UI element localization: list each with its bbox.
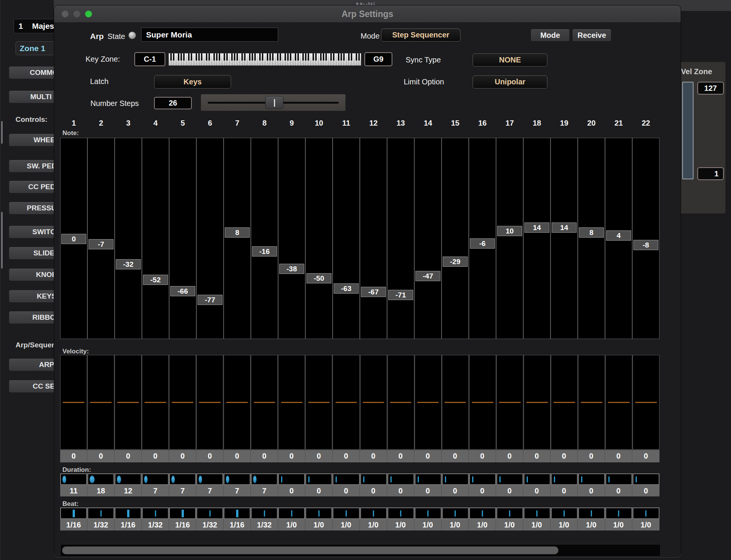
beat-step-cell[interactable] xyxy=(197,508,223,519)
duration-value[interactable]: 0 xyxy=(632,485,659,496)
duration-step-cell[interactable] xyxy=(333,474,359,485)
duration-step-cell[interactable] xyxy=(361,474,387,485)
beat-value[interactable]: 1/16 xyxy=(115,519,142,530)
beat-step-cell[interactable] xyxy=(142,508,168,519)
sequencer-scrollbar[interactable] xyxy=(60,544,661,557)
beat-value[interactable]: 1/0 xyxy=(551,519,578,530)
note-value-box[interactable]: 4 xyxy=(606,230,631,241)
note-value-box[interactable]: 10 xyxy=(497,226,522,236)
beat-step-cell[interactable] xyxy=(442,508,468,519)
beat-step-cell[interactable] xyxy=(224,508,250,519)
sidebar-item-sw-pedal[interactable]: SW. PEDAL xyxy=(9,160,54,173)
note-step-cell[interactable]: -50 xyxy=(306,138,332,339)
duration-step-cell[interactable] xyxy=(170,474,196,485)
duration-step-cell[interactable] xyxy=(388,474,414,485)
arp-name-field[interactable]: Super Moria xyxy=(141,28,278,42)
duration-step-cell[interactable] xyxy=(61,474,87,485)
velocity-step-cell[interactable] xyxy=(633,355,659,449)
sidebar-item-cc-seq[interactable]: CC SEQ xyxy=(9,380,54,393)
duration-step-cell[interactable] xyxy=(606,474,632,485)
note-step-cell[interactable]: -29 xyxy=(442,138,468,339)
velocity-value[interactable]: 0 xyxy=(496,450,523,462)
beat-value[interactable]: 1/0 xyxy=(578,519,605,530)
velocity-step-cell[interactable] xyxy=(278,355,305,449)
note-value-box[interactable]: 0 xyxy=(61,234,86,244)
sidebar-item-slider[interactable]: SLIDER xyxy=(9,247,54,260)
duration-step-cell[interactable] xyxy=(251,474,277,485)
velocity-value[interactable]: 0 xyxy=(632,450,659,462)
velocity-value[interactable]: 0 xyxy=(414,450,442,462)
beat-step-cell[interactable] xyxy=(170,508,196,519)
velocity-value[interactable]: 0 xyxy=(360,450,387,462)
beat-value[interactable]: 1/32 xyxy=(87,519,115,530)
velocity-step-cell[interactable] xyxy=(606,355,632,449)
beat-value[interactable]: 1/0 xyxy=(305,519,333,530)
velocity-value[interactable]: 0 xyxy=(169,450,196,462)
note-value-box[interactable]: -66 xyxy=(170,286,195,296)
velocity-step-cell[interactable] xyxy=(524,355,550,449)
duration-value[interactable]: 7 xyxy=(196,485,224,496)
velocity-step-cell[interactable] xyxy=(551,355,577,449)
limit-option-select[interactable]: Unipolar xyxy=(473,75,547,89)
state-led[interactable] xyxy=(128,31,136,39)
beat-step-cell[interactable] xyxy=(251,508,277,519)
duration-step-cell[interactable] xyxy=(197,474,223,485)
sidebar-item-ribbon[interactable]: RIBBON xyxy=(9,311,54,324)
duration-step-cell[interactable] xyxy=(633,474,659,485)
velocity-value[interactable]: 0 xyxy=(224,450,251,462)
velocity-step-cell[interactable] xyxy=(333,355,359,449)
note-step-cell[interactable]: 14 xyxy=(524,138,550,339)
velocity-value[interactable]: 0 xyxy=(142,450,169,462)
sidebar-item-multi-fx[interactable]: MULTI FX xyxy=(9,90,54,103)
beat-step-cell[interactable] xyxy=(470,508,496,519)
beat-value[interactable]: 1/0 xyxy=(496,519,523,530)
beat-step-cell[interactable] xyxy=(524,508,550,519)
beat-value[interactable]: 1/16 xyxy=(224,519,251,530)
velocity-value[interactable]: 0 xyxy=(115,450,142,462)
velocity-value[interactable]: 0 xyxy=(87,450,115,462)
slider-handle[interactable] xyxy=(265,96,283,109)
duration-step-cell[interactable] xyxy=(142,474,168,485)
latch-select[interactable]: Keys xyxy=(154,75,231,89)
velocity-value[interactable]: 0 xyxy=(278,450,305,462)
beat-value[interactable]: 1/16 xyxy=(60,519,87,530)
beat-value[interactable]: 1/0 xyxy=(387,519,414,530)
beat-value[interactable]: 1/16 xyxy=(169,519,196,530)
velocity-value[interactable]: 0 xyxy=(60,450,87,462)
note-step-cell[interactable]: -63 xyxy=(333,138,359,339)
sidebar-item-pressure[interactable]: PRESSURE xyxy=(9,202,54,215)
duration-value[interactable]: 0 xyxy=(278,485,305,496)
velocity-value[interactable]: 0 xyxy=(442,450,469,462)
duration-value[interactable]: 0 xyxy=(333,485,360,496)
velocity-step-cell[interactable] xyxy=(142,355,168,449)
beat-value[interactable]: 1/0 xyxy=(469,519,496,530)
sequencer-scrollbar-thumb[interactable] xyxy=(62,546,558,554)
velocity-step-cell[interactable] xyxy=(497,355,523,449)
duration-value[interactable]: 0 xyxy=(442,485,469,496)
note-value-box[interactable]: -67 xyxy=(361,287,386,297)
patch-name-box[interactable]: 1Majes xyxy=(14,19,54,33)
note-step-cell[interactable]: -38 xyxy=(278,138,305,339)
note-step-cell[interactable]: 8 xyxy=(224,138,250,339)
beat-step-cell[interactable] xyxy=(415,508,441,519)
duration-value[interactable]: 11 xyxy=(60,485,87,496)
velocity-step-cell[interactable] xyxy=(88,355,114,449)
beat-value[interactable]: 1/0 xyxy=(632,519,659,530)
velocity-value[interactable]: 0 xyxy=(305,450,333,462)
note-step-cell[interactable]: 8 xyxy=(578,138,605,339)
note-step-cell[interactable]: -32 xyxy=(115,138,142,339)
note-value-box[interactable]: -6 xyxy=(470,238,495,249)
velocity-step-cell[interactable] xyxy=(442,355,468,449)
beat-step-cell[interactable] xyxy=(306,508,332,519)
duration-value[interactable]: 0 xyxy=(387,485,414,496)
beat-value[interactable]: 1/0 xyxy=(414,519,442,530)
duration-value[interactable]: 0 xyxy=(523,485,551,496)
velocity-step-cell[interactable] xyxy=(579,355,605,449)
beat-step-cell[interactable] xyxy=(579,508,605,519)
duration-value[interactable]: 18 xyxy=(87,485,115,496)
sync-type-select[interactable]: NONE xyxy=(473,53,547,67)
beat-step-cell[interactable] xyxy=(633,508,659,519)
duration-step-cell[interactable] xyxy=(579,474,605,485)
sidebar-item-knob[interactable]: KNOB xyxy=(9,268,54,281)
duration-step-cell[interactable] xyxy=(115,474,141,485)
